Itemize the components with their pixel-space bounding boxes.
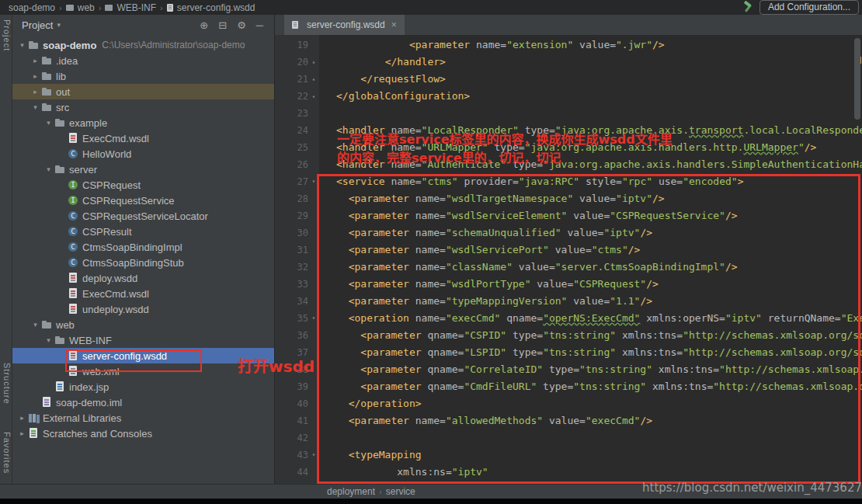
- tab-server-config-wsdd[interactable]: server-config.wsdd ×: [284, 15, 405, 35]
- folder-icon: [54, 334, 67, 346]
- tree-item-web-inf[interactable]: ▾WEB-INF: [12, 332, 274, 348]
- tree-item-ctmssoapbindingimpl[interactable]: CtmsSoapBindingImpl: [12, 239, 274, 255]
- code-text: <parameter name="extension" value=".jwr"…: [319, 36, 665, 54]
- chevron-down-icon[interactable]: ▾: [30, 103, 40, 111]
- line-number: 41: [275, 412, 319, 429]
- tree-item-undeploy-wsdd[interactable]: undeploy.wsdd: [12, 301, 274, 317]
- chevron-right-icon[interactable]: ▸: [30, 88, 40, 96]
- tree-item-soap-demo[interactable]: ▾soap-demoC:\Users\Administrator\soap-de…: [12, 37, 274, 53]
- annotation-note-line2: 的内容，完整service里的，切记，切记: [337, 148, 561, 166]
- tree-item-label: out: [56, 86, 70, 98]
- chevron-right-icon[interactable]: ▸: [17, 429, 27, 437]
- gear-icon[interactable]: ⚙: [237, 19, 246, 31]
- line-number: 42: [275, 429, 319, 447]
- file-wsdl-icon: [67, 132, 80, 144]
- collapse-all-icon[interactable]: ⊟: [218, 19, 227, 31]
- class-icon: [67, 210, 80, 222]
- chevron-down-icon[interactable]: ▾: [17, 41, 27, 49]
- chevron-down-icon[interactable]: ▾: [43, 336, 54, 344]
- locate-icon[interactable]: ⊕: [200, 19, 208, 31]
- tree-item-csprequest[interactable]: CSPRequest: [12, 177, 274, 193]
- line-number: 29: [275, 207, 319, 224]
- line-number: 44: [275, 464, 319, 481]
- file-icon: [167, 4, 173, 12]
- tree-item-label: server: [69, 164, 97, 176]
- chevron-down-icon[interactable]: ▾: [43, 165, 54, 173]
- breadcrumb-item[interactable]: deployment: [327, 486, 375, 497]
- tree-item--idea[interactable]: ▸.idea: [12, 53, 274, 68]
- tree-item-out[interactable]: ▸out: [12, 84, 274, 99]
- file-jsp-icon: [54, 381, 67, 393]
- code-line[interactable]: 23: [275, 105, 862, 122]
- tree-item-web[interactable]: ▾web: [12, 317, 274, 332]
- code-line[interactable]: 20▴ </handler>: [275, 54, 862, 71]
- annotation-box-tree-item: [65, 349, 202, 372]
- tree-item-example[interactable]: ▾example: [12, 115, 274, 130]
- breadcrumb-item[interactable]: server-config.wsdd: [167, 2, 255, 13]
- chevron-right-icon[interactable]: ▸: [30, 57, 40, 64]
- folder-icon: [66, 5, 74, 11]
- fold-marker-icon[interactable]: ▴: [310, 54, 318, 71]
- scratches-icon: [27, 427, 40, 440]
- chevron-right-icon[interactable]: ▸: [30, 72, 40, 80]
- build-hammer-icon[interactable]: [742, 2, 753, 13]
- tree-item-label: HelloWorld: [82, 148, 131, 160]
- tree-item-csprequestservice[interactable]: CSPRequestService: [12, 193, 274, 208]
- tree-item-execcmd-wsdl[interactable]: ExecCmd.wsdl: [12, 130, 274, 146]
- project-panel-title[interactable]: Project: [22, 19, 53, 31]
- tree-item-helloworld[interactable]: HelloWorld: [12, 146, 274, 162]
- chevron-right-icon[interactable]: ▸: [17, 414, 27, 422]
- tree-item-external-libraries[interactable]: ▸External Libraries: [12, 410, 274, 426]
- fold-marker-icon[interactable]: ▴: [310, 88, 318, 105]
- tree-item-label: CSPRequestService: [82, 195, 175, 207]
- tree-item-label: Scratches and Consoles: [43, 428, 152, 440]
- tree-item-label: ExecCmd.wsdl: [82, 288, 149, 300]
- breadcrumb-label: server-config.wsdd: [177, 2, 255, 13]
- breadcrumb-item[interactable]: soap-demo: [9, 2, 55, 13]
- tree-item-cspresult[interactable]: CSPResult: [12, 224, 274, 239]
- project-panel-header: Project ▾ ⊕ ⊟ ⚙ ─: [12, 15, 274, 35]
- tree-item-label: CSPRequest: [82, 179, 141, 191]
- file-iml-icon: [40, 396, 54, 408]
- tree-item-label: soap-demo: [43, 40, 96, 51]
- fold-marker-icon[interactable]: ▴: [310, 71, 318, 88]
- class-icon: [67, 225, 80, 238]
- breadcrumb-item[interactable]: WEB-INF: [105, 2, 156, 13]
- add-configuration-button[interactable]: Add Configuration...: [759, 0, 859, 15]
- code-line[interactable]: 21▴ </requestFlow>: [275, 71, 862, 88]
- tree-item-index-jsp[interactable]: index.jsp: [12, 379, 274, 395]
- tree-item-execcmd-wsdl[interactable]: ExecCmd.wsdl: [12, 286, 274, 301]
- breadcrumb-item[interactable]: web: [66, 2, 95, 13]
- tree-item-lib[interactable]: ▸lib: [12, 68, 274, 84]
- tree-item-label: example: [69, 117, 107, 129]
- editor-scrollbar[interactable]: [854, 38, 860, 120]
- code-line[interactable]: 19 <parameter name="extension" value=".j…: [275, 36, 862, 54]
- breadcrumb-label: web: [78, 2, 95, 13]
- tree-item-label: CSPRequestServiceLocator: [82, 210, 208, 222]
- chevron-down-icon[interactable]: ▾: [30, 321, 40, 328]
- tree-item-label: WEB-INF: [69, 335, 112, 346]
- breadcrumb-item[interactable]: service: [386, 486, 415, 497]
- code-line[interactable]: 22▴</globalConfiguration>: [275, 88, 862, 105]
- breadcrumb-separator: ›: [99, 3, 102, 12]
- tree-item-label: CSPResult: [82, 226, 132, 238]
- tree-item-ctmssoapbindingstub[interactable]: CtmsSoapBindingStub: [12, 255, 274, 270]
- chevron-down-icon[interactable]: ▾: [57, 21, 61, 29]
- tree-item-src[interactable]: ▾src: [12, 99, 274, 115]
- stripe-tab-project[interactable]: Project: [1, 19, 12, 51]
- stripe-tab-structure[interactable]: Structure: [1, 363, 12, 405]
- tree-item-soap-demo-iml[interactable]: soap-demo.iml: [12, 395, 274, 410]
- line-number: 31: [275, 242, 319, 259]
- tree-item-deploy-wsdd[interactable]: deploy.wsdd: [12, 270, 274, 286]
- chevron-down-icon[interactable]: ▾: [43, 119, 54, 127]
- panel-header-icons: ⊕ ⊟ ⚙ ─: [200, 19, 265, 31]
- hide-panel-icon[interactable]: ─: [256, 19, 263, 31]
- line-number: 25: [275, 139, 319, 156]
- tree-item-scratches-and-consoles[interactable]: ▸Scratches and Consoles: [12, 426, 274, 441]
- ide-window: soap-demo›web›WEB-INF›server-config.wsdd…: [0, 0, 862, 504]
- tab-label: server-config.wsdd: [307, 19, 385, 30]
- tree-item-csprequestservicelocator[interactable]: CSPRequestServiceLocator: [12, 208, 274, 224]
- tree-item-server[interactable]: ▾server: [12, 162, 274, 177]
- stripe-tab-favorites[interactable]: Favorites: [1, 432, 12, 474]
- close-icon[interactable]: ×: [391, 19, 397, 30]
